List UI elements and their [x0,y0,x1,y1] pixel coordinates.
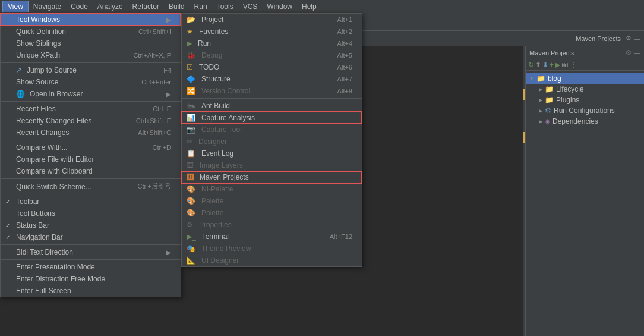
menu-vcs[interactable]: VCS [238,1,263,12]
tw-palette1[interactable]: 🎨 Palette [182,195,362,207]
maven-item-lifecycle[interactable]: ▶ 📁 Lifecycle [526,84,644,95]
menu-item-open-browser[interactable]: 🌐 Open in Browser ▶ [1,88,181,100]
menu-item-recently-changed[interactable]: Recently Changed Files Ctrl+Shift+E [1,115,181,127]
tw-terminal[interactable]: ▶_ Terminal Alt+F12 [182,231,362,243]
menu-sep1 [1,62,181,63]
menu-item-fullscreen[interactable]: Enter Full Screen [1,285,181,297]
menu-tools[interactable]: Tools [212,1,238,12]
todo-icon: ☑ [187,63,193,71]
menu-item-presentation[interactable]: Enter Presentation Mode [1,261,181,273]
tw-capture-tool[interactable]: 📷 Capture Tool [182,124,362,136]
tw-event-log[interactable]: 📋 Event Log [182,147,362,159]
menu-view[interactable]: View [2,1,29,12]
menu-item-quick-def[interactable]: Quick Definition Ctrl+Shift+I [1,26,181,37]
menu-item-nav-bar[interactable]: ✓ Navigation Bar [1,231,181,243]
menu-item-jump-source[interactable]: ↗ Jump to Source F4 [1,64,181,76]
maven-more-icon[interactable]: ⋮ [570,61,577,69]
ui-designer-icon: 📐 [187,256,195,265]
menu-item-bidi[interactable]: Bidi Text Direction ▶ [1,246,181,258]
tw-maven-projects[interactable]: 🅼 Maven Projects [182,171,362,183]
tw-image-layers[interactable]: 🖼 Image Layers [182,159,362,171]
maven-action-settings[interactable]: ⚙ [626,49,632,56]
maven-item-blog[interactable]: ▼ 📁 blog [526,73,644,84]
menu-item-quick-switch[interactable]: Quick Switch Scheme... Ctrl+后引号 [1,180,181,193]
maven-close-icon[interactable]: — [634,35,640,42]
tw-project[interactable]: 📂 Project Alt+1 [182,14,362,26]
tool-windows-submenu: 📂 Project Alt+1 ★ Favorites Alt+2 ▶ Run … [181,13,362,267]
maven-projects-tab[interactable]: Maven Projects ⚙ — [572,31,644,46]
tw-favorites[interactable]: ★ Favorites Alt+2 [182,26,362,37]
maven-action-minimize[interactable]: — [634,49,640,56]
capture-tool-icon: 📷 [187,125,195,134]
menu-item-show-siblings[interactable]: Show Siblings [1,37,181,49]
debug-icon: 🐞 [187,51,195,59]
menu-item-recent-files[interactable]: Recent Files Ctrl+E [1,103,181,115]
maven-label-run: Run Configurations [554,106,615,115]
tw-designer[interactable]: ✏ Designer [182,136,362,147]
maven-item-plugins[interactable]: ▶ 📁 Plugins [526,95,644,105]
favorites-icon: ★ [187,27,193,36]
maven-label-blog: blog [548,74,561,83]
menu-item-compare-file[interactable]: Compare File with Editor [1,153,181,165]
properties-icon: ⚙ [187,221,193,229]
ni-palette-icon: 🎨 [187,185,195,193]
theme-preview-icon: 🎭 [187,244,195,253]
tw-structure[interactable]: 🔷 Structure Alt+7 [182,73,362,85]
tw-theme-preview[interactable]: 🎭 Theme Preview [182,243,362,255]
designer-icon: ✏ [187,137,192,146]
browser-icon: 🌐 [16,90,25,98]
maven-expand-blog: ▼ [529,76,534,81]
maven-label-plugins: Plugins [556,96,579,104]
maven-reimport-icon[interactable]: ⬆ [535,61,541,69]
menu-help[interactable]: Help [297,1,321,12]
tw-run[interactable]: ▶ Run Alt+4 [182,37,362,49]
menu-item-recent-changes[interactable]: Recent Changes Alt+Shift+C [1,127,181,139]
tw-properties[interactable]: ⚙ Properties [182,219,362,231]
tw-ni-palette[interactable]: 🎨 NI-Palette [182,183,362,195]
menu-refactor[interactable]: Refactor [128,1,164,12]
tw-capture-analysis[interactable]: 📊 Capture Analysis [182,112,362,124]
maven-expand-plugins: ▶ [539,98,542,103]
maven-item-dependencies[interactable]: ▶ ◈ Dependencies [526,116,644,127]
menu-run[interactable]: Run [190,1,212,12]
terminal-icon: ▶_ [187,233,196,241]
menu-item-tool-buttons[interactable]: Tool Buttons [1,208,181,219]
tw-ant[interactable]: 🐜 Ant Build [182,100,362,112]
menu-item-compare-with[interactable]: Compare With... Ctrl+D [1,142,181,153]
tw-version-control[interactable]: 🔀 Version Control Alt+9 [182,85,362,97]
menu-item-show-source[interactable]: Show Source Ctrl+Enter [1,76,181,88]
menu-build[interactable]: Build [164,1,190,12]
menu-sep2 [1,101,181,102]
maven-add-icon[interactable]: + [550,61,554,69]
ant-icon: 🐜 [187,102,195,110]
menu-item-tool-windows[interactable]: Tool Windows ▶ [1,14,181,26]
maven-header-actions: ⚙ — [626,49,640,56]
menu-navigate[interactable]: Navigate [29,1,66,12]
maven-refresh-icon[interactable]: ↻ [528,61,534,69]
menu-item-distraction[interactable]: Enter Distraction Free Mode [1,273,181,285]
tw-palette2[interactable]: 🎨 Palette [182,207,362,219]
maven-skip-icon[interactable]: ⏭ [561,61,569,69]
maven-settings-icon[interactable]: ⚙ [626,34,632,42]
tw-ui-designer[interactable]: 📐 UI Designer [182,255,362,266]
maven-run-icon[interactable]: ▶ [555,61,560,69]
maven-lifecycle-icon: 📁 [545,85,554,93]
menu-item-compare-clipboard[interactable]: Compare with Clipboard [1,165,181,177]
menu-window[interactable]: Window [262,1,297,12]
gutter [523,46,525,336]
maven-download-icon[interactable]: ⬇ [542,61,548,69]
menu-item-status-bar[interactable]: ✓ Status Bar [1,219,181,231]
maven-icon: 🅼 [187,173,194,181]
menu-item-unique-xpath[interactable]: Unique XPath Ctrl+Alt+X, P [1,49,181,61]
menu-sep3 [1,140,181,140]
menu-analyze[interactable]: Analyze [93,1,128,12]
structure-icon: 🔷 [187,75,195,83]
tw-todo[interactable]: ☑ TODO Alt+6 [182,61,362,73]
maven-expand-run: ▶ [539,108,542,114]
maven-item-run-configs[interactable]: ▶ ⚙ Run Configurations [526,105,644,116]
palette1-icon: 🎨 [187,197,195,205]
menu-code[interactable]: Code [66,1,93,12]
tw-debug[interactable]: 🐞 Debug Alt+5 [182,49,362,61]
view-dropdown: Tool Windows ▶ Quick Definition Ctrl+Shi… [0,13,181,297]
menu-item-toolbar[interactable]: ✓ Toolbar [1,196,181,208]
